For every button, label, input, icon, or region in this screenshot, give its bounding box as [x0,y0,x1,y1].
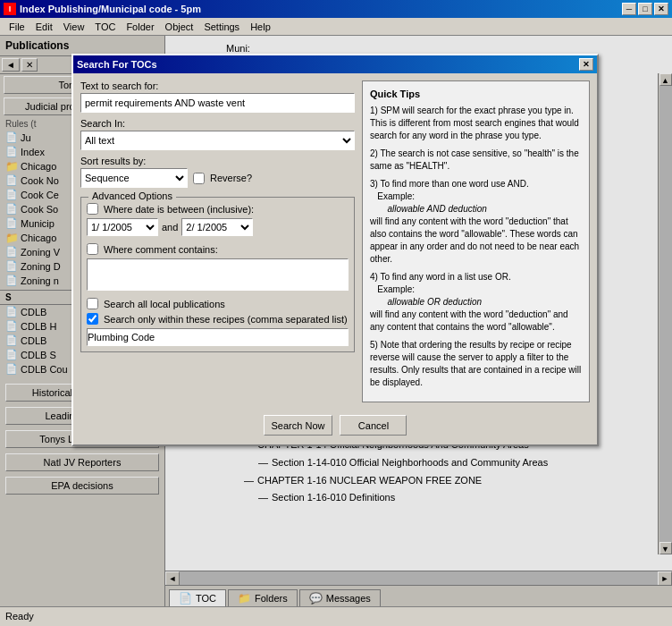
window-controls: ─ □ ✕ [622,3,668,15]
status-bar: Ready [0,606,672,624]
menu-folder[interactable]: Folder [121,20,159,34]
comment-checkbox[interactable] [87,243,98,255]
main-container: Publications ◄ ✕ Tonys TTD Judicial prof… [0,36,672,606]
sort-label: Sort results by: [80,156,355,166]
modal-title: Search For TOCs [77,59,157,70]
quick-tips-content: 1) SPM will search for the exact phrase … [370,105,582,389]
sort-row: Sequence Date Title Relevance Reverse? [80,168,355,188]
modal-left-panel: Text to search for: Search In: All text … [80,80,355,402]
modal-close-button[interactable]: ✕ [579,58,593,71]
recipe-checkbox-label: Search only within these recipes (comma … [104,314,348,325]
date-row: 1/ 1/2005 and 2/ 1/2005 [87,218,349,236]
app-icon: I [4,3,16,15]
advanced-legend: Advanced Options [88,190,176,201]
local-checkbox[interactable] [87,298,98,309]
restore-button[interactable]: □ [638,3,652,15]
search-in-group: Search In: All text Title only Body only [80,118,355,150]
date-checkbox[interactable] [87,203,98,215]
modal-overlay: Search For TOCs ✕ Text to search for: Se… [0,36,672,606]
menu-bar: File Edit View TOC Folder Object Setting… [0,18,672,36]
menu-toc[interactable]: TOC [89,20,121,34]
date-and-label: and [162,222,178,233]
quick-tips-title: Quick Tips [370,89,582,99]
search-in-label: Search In: [80,118,355,129]
menu-help[interactable]: Help [245,20,276,34]
status-text: Ready [5,611,34,622]
advanced-options-group: Advanced Options Where date is between (… [80,197,355,352]
recipe-checkbox[interactable] [87,313,98,325]
reverse-checkbox[interactable] [193,173,205,184]
menu-object[interactable]: Object [160,20,199,34]
modal-body: Text to search for: Search In: All text … [73,73,597,410]
date-checkbox-label: Where date is between (inclusive): [104,204,254,215]
minimize-button[interactable]: ─ [622,3,636,15]
sort-group: Sort results by: Sequence Date Title Rel… [80,156,355,188]
close-button[interactable]: ✕ [654,3,668,15]
menu-view[interactable]: View [58,20,90,34]
search-for-tocs-dialog: Search For TOCs ✕ Text to search for: Se… [71,54,599,446]
local-checkbox-label: Search all local publications [104,299,225,309]
modal-title-bar: Search For TOCs ✕ [73,55,597,73]
search-text-input[interactable] [80,93,355,113]
title-bar: I Index Publishing/Municipal code - 5pm … [0,0,672,18]
modal-footer: Search Now Cancel [73,410,597,444]
app-title: Index Publishing/Municipal code - 5pm [20,4,201,14]
reverse-label: Reverse? [210,173,252,183]
cancel-button[interactable]: Cancel [340,415,407,436]
comment-textarea[interactable] [87,258,349,291]
search-text-label: Text to search for: [80,80,355,91]
recipe-checkbox-row: Search only within these recipes (comma … [87,313,349,325]
sort-select[interactable]: Sequence Date Title Relevance [80,168,188,188]
menu-settings[interactable]: Settings [198,20,245,34]
search-in-select[interactable]: All text Title only Body only [80,131,355,150]
search-text-group: Text to search for: [80,80,355,113]
date-from-select[interactable]: 1/ 1/2005 [87,218,158,236]
search-now-button[interactable]: Search Now [264,415,333,436]
date-checkbox-row: Where date is between (inclusive): [87,203,349,215]
recipe-input[interactable] [87,328,349,346]
quick-tips-panel: Quick Tips 1) SPM will search for the ex… [362,80,590,402]
comment-checkbox-label: Where comment contains: [104,244,218,255]
local-checkbox-row: Search all local publications [87,298,349,309]
date-to-select[interactable]: 2/ 1/2005 [181,218,253,236]
menu-edit[interactable]: Edit [30,20,58,34]
comment-checkbox-row: Where comment contains: [87,243,349,255]
menu-file[interactable]: File [4,20,30,34]
